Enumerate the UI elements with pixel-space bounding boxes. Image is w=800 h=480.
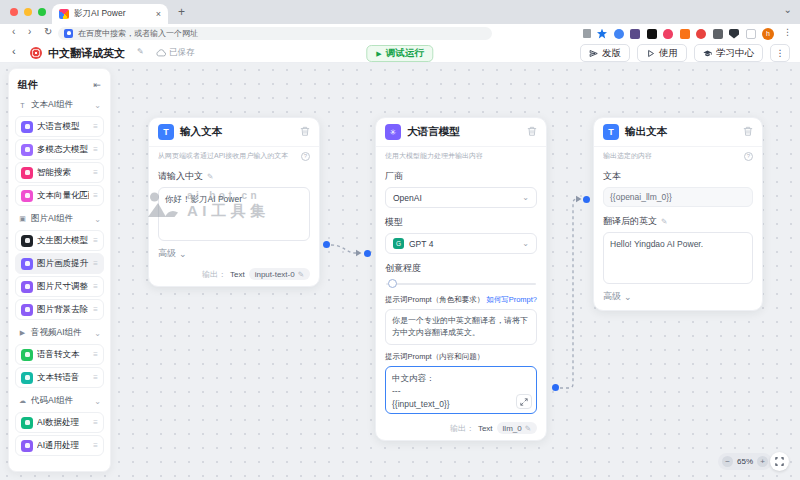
prompt-content-textarea[interactable]: 中文内容： --- {{input_text_0}} [385, 366, 537, 414]
drag-handle-icon[interactable]: ≡ [93, 441, 98, 450]
zoom-in-button[interactable]: + [757, 456, 768, 467]
chinese-input-textarea[interactable]: 你好！影刀AI Power [158, 187, 310, 241]
back-button[interactable]: ‹ [12, 45, 16, 57]
browser-reload-icon[interactable]: ↻ [44, 26, 52, 37]
input-port[interactable] [583, 196, 590, 203]
sidebar-item-llm[interactable]: 大语言模型 ≡ [15, 116, 104, 137]
info-icon[interactable]: ? [744, 152, 753, 161]
edit-title-icon[interactable]: ✎ [137, 47, 144, 56]
drag-handle-icon[interactable]: ≡ [93, 191, 98, 200]
advanced-toggle[interactable]: 高级 ⌄ [603, 290, 753, 303]
drag-handle-icon[interactable]: ≡ [93, 350, 98, 359]
chevron-down-icon[interactable]: ⌄ [94, 329, 101, 338]
zoom-out-button[interactable]: − [722, 456, 733, 467]
chevron-down-icon[interactable]: ⌄ [94, 101, 101, 110]
edit-field-icon[interactable]: ✎ [661, 217, 667, 226]
sidebar-item-ai-general[interactable]: AI通用处理 ≡ [15, 435, 104, 456]
drag-handle-icon[interactable]: ≡ [93, 168, 98, 177]
edit-output-icon[interactable]: ✎ [525, 424, 531, 433]
tabstrip-chevron-icon[interactable]: ⌄ [784, 4, 792, 15]
model-select[interactable]: G GPT 4 ⌄ [385, 233, 537, 254]
sidebar-item-smart-search[interactable]: 智能搜索 ≡ [15, 162, 104, 183]
browser-menu-icon[interactable]: ⋮ [783, 27, 792, 37]
drag-handle-icon[interactable]: ≡ [93, 259, 98, 268]
vendor-select[interactable]: OpenAI ⌄ [385, 187, 537, 208]
sidebar-item-text2image[interactable]: 文生图大模型 ≡ [15, 230, 104, 251]
minimize-window-button[interactable] [24, 8, 32, 16]
sidebar-item-multimodal[interactable]: 多模态大模型 ≡ [15, 139, 104, 160]
browser-back-icon[interactable]: ‹ [12, 26, 15, 37]
creativity-slider[interactable] [386, 279, 536, 289]
drag-handle-icon[interactable]: ≡ [93, 418, 98, 427]
node-output-text[interactable]: T 输出文本 输出选定的内容 ? 文本 {{openai_llm_0}} 翻译后… [593, 117, 763, 311]
prompt-help-link[interactable]: 如何写Prompt? [486, 295, 537, 305]
extension-icon[interactable] [729, 29, 739, 39]
more-actions-button[interactable]: ⋮ [770, 44, 790, 62]
extension-icon[interactable] [680, 29, 690, 39]
advanced-toggle[interactable]: 高级 ⌄ [158, 247, 310, 260]
collapse-sidebar-icon[interactable]: ⇤ [93, 80, 101, 90]
sidebar-item-image-resize[interactable]: 图片尺寸调整 ≡ [15, 276, 104, 297]
publish-button[interactable]: 发版 [580, 44, 630, 62]
sidebar-item-ai-data[interactable]: AI数据处理 ≡ [15, 412, 104, 433]
browser-tab[interactable]: 影刀AI Power × [52, 4, 168, 24]
profile-avatar[interactable]: h [762, 28, 774, 40]
sidebar-item-speech2text[interactable]: 语音转文本 ≡ [15, 344, 104, 365]
info-icon[interactable]: ? [301, 152, 310, 161]
sidebar-section-code-ai[interactable]: ☁ 代码AI组件 ⌄ [9, 390, 110, 412]
slider-knob[interactable] [388, 279, 397, 288]
learn-center-button[interactable]: 学习中心 [694, 44, 763, 62]
extension-icon[interactable] [713, 29, 723, 39]
delete-node-icon[interactable] [527, 123, 537, 141]
chevron-down-icon[interactable]: ⌄ [94, 397, 101, 406]
prompt-role-textarea[interactable]: 你是一个专业的中英文翻译者，请将下方中文内容翻译成英文。 [385, 309, 537, 345]
input-port[interactable] [364, 250, 371, 257]
extension-icon[interactable] [647, 29, 657, 39]
sidebar-item-text-vector[interactable]: 文本向量化匹配 ≡ [15, 185, 104, 206]
drag-handle-icon[interactable]: ≡ [93, 122, 98, 131]
tab-close-icon[interactable]: × [156, 9, 161, 19]
output-variable-pill[interactable]: input-text-0 ✎ [249, 268, 310, 280]
node-llm[interactable]: ✳ 大语言模型 使用大模型能力处理并输出内容 厂商 OpenAI ⌄ 模型 G … [375, 117, 547, 441]
address-bar[interactable]: 在百度中搜索，或者输入一个网址 [58, 27, 492, 40]
chevron-down-icon[interactable]: ⌄ [94, 215, 101, 224]
share-icon[interactable] [583, 29, 591, 38]
sidebar-item-image-enhance[interactable]: 图片画质提升 ≡ [15, 253, 104, 274]
delete-node-icon[interactable] [743, 123, 753, 141]
drag-handle-icon[interactable]: ≡ [93, 373, 98, 382]
sidebar-section-av-ai[interactable]: ▶ 音视频AI组件 ⌄ [9, 322, 110, 344]
drag-handle-icon[interactable]: ≡ [93, 236, 98, 245]
drag-handle-icon[interactable]: ≡ [93, 305, 98, 314]
expand-textarea-button[interactable] [516, 394, 532, 409]
output-port[interactable] [552, 384, 559, 391]
extension-icon[interactable] [614, 29, 624, 39]
delete-node-icon[interactable] [300, 123, 310, 141]
run-test-button[interactable]: ▶ 调试运行 [366, 45, 433, 62]
edit-field-icon[interactable]: ✎ [207, 172, 213, 181]
flow-canvas[interactable]: 组件 ⇤ T 文本AI组件 ⌄ 大语言模型 ≡ 多模态大模型 ≡ 智能搜索 [0, 63, 800, 480]
translated-text-textarea[interactable]: Hello! Yingdao AI Power. [603, 232, 753, 284]
sidebar-section-image-ai[interactable]: ▣ 图片AI组件 ⌄ [9, 208, 110, 230]
window-controls[interactable] [10, 8, 46, 16]
sidebar-item-text2speech[interactable]: 文本转语音 ≡ [15, 367, 104, 388]
node-input-text[interactable]: T 输入文本 从网页端或者通过API接收用户输入的文本 ? 请输入中文 ✎ 你好… [148, 117, 320, 287]
extension-icon[interactable] [630, 29, 640, 39]
output-variable-pill[interactable]: llm_0 ✎ [497, 422, 537, 434]
extension-icon[interactable] [696, 29, 706, 39]
edit-output-icon[interactable]: ✎ [298, 270, 304, 279]
sidebar-item-bg-remove[interactable]: 图片背景去除 ≡ [15, 299, 104, 320]
maximize-window-button[interactable] [38, 8, 46, 16]
extension-icon[interactable] [663, 29, 673, 39]
close-window-button[interactable] [10, 8, 18, 16]
extension-icon[interactable] [746, 29, 756, 39]
fit-view-button[interactable] [770, 452, 789, 471]
text-variable-input[interactable]: {{openai_llm_0}} [603, 187, 753, 207]
bookmark-star-icon[interactable] [597, 29, 607, 39]
browser-forward-icon[interactable]: › [28, 26, 31, 37]
drag-handle-icon[interactable]: ≡ [93, 282, 98, 291]
drag-handle-icon[interactable]: ≡ [93, 145, 98, 154]
sidebar-section-text-ai[interactable]: T 文本AI组件 ⌄ [9, 94, 110, 116]
new-tab-button[interactable]: + [178, 5, 185, 19]
output-port[interactable] [323, 241, 330, 248]
use-button[interactable]: 使用 [637, 44, 687, 62]
